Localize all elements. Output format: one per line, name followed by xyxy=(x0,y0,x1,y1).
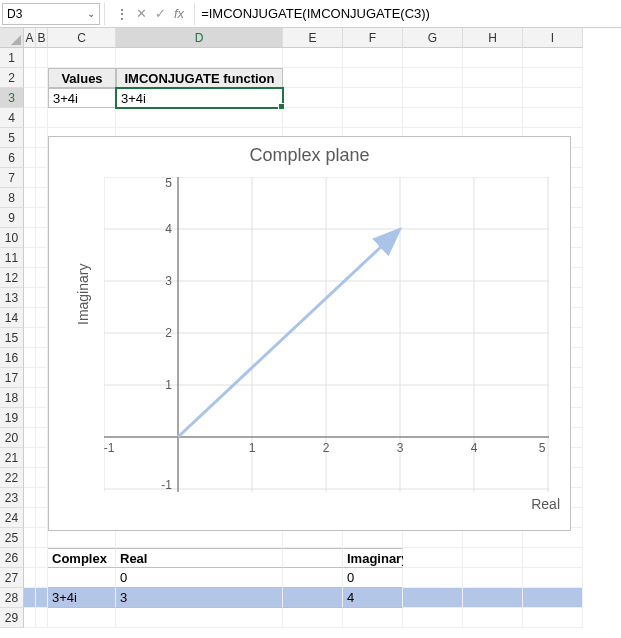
cell-I29[interactable] xyxy=(523,608,583,628)
cell-G2[interactable] xyxy=(403,68,463,88)
cell-A2[interactable] xyxy=(24,68,36,88)
col-header-E[interactable]: E xyxy=(283,28,343,48)
formula-input[interactable]: =IMCONJUGATE(IMCONJUGATE(C3)) xyxy=(195,3,621,25)
row-header-13[interactable]: 13 xyxy=(0,288,24,308)
cancel-icon[interactable]: ✕ xyxy=(136,6,147,21)
row-header-20[interactable]: 20 xyxy=(0,428,24,448)
cell-A12[interactable] xyxy=(24,268,36,288)
cell-A29[interactable] xyxy=(24,608,36,628)
cell-B6[interactable] xyxy=(36,148,48,168)
cell-H29[interactable] xyxy=(463,608,523,628)
row-header-11[interactable]: 11 xyxy=(0,248,24,268)
cell-B12[interactable] xyxy=(36,268,48,288)
cell-I28[interactable] xyxy=(523,588,583,608)
cell-B16[interactable] xyxy=(36,348,48,368)
chevron-down-icon[interactable]: ⌄ xyxy=(87,8,95,19)
row-header-22[interactable]: 22 xyxy=(0,468,24,488)
row-header-18[interactable]: 18 xyxy=(0,388,24,408)
row-header-7[interactable]: 7 xyxy=(0,168,24,188)
cell-D4[interactable] xyxy=(116,108,283,128)
cell-E4[interactable] xyxy=(283,108,343,128)
row-header-10[interactable]: 10 xyxy=(0,228,24,248)
cell-F3[interactable] xyxy=(343,88,403,108)
cell-H27[interactable] xyxy=(463,568,523,588)
cell-B9[interactable] xyxy=(36,208,48,228)
cell-A27[interactable] xyxy=(24,568,36,588)
cell-A28[interactable] xyxy=(24,588,36,608)
cell-B25[interactable] xyxy=(36,528,48,548)
cell-I4[interactable] xyxy=(523,108,583,128)
cell-B3[interactable] xyxy=(36,88,48,108)
row-header-29[interactable]: 29 xyxy=(0,608,24,628)
col-header-A[interactable]: A xyxy=(24,28,36,48)
cell-I25[interactable] xyxy=(523,528,583,548)
cell-A4[interactable] xyxy=(24,108,36,128)
cell-E28[interactable] xyxy=(283,588,343,608)
cell-B11[interactable] xyxy=(36,248,48,268)
cell-H4[interactable] xyxy=(463,108,523,128)
cell-C1[interactable] xyxy=(48,48,116,68)
cell-H25[interactable] xyxy=(463,528,523,548)
cell-G1[interactable] xyxy=(403,48,463,68)
cell-G27[interactable] xyxy=(403,568,463,588)
cell-A24[interactable] xyxy=(24,508,36,528)
row-header-26[interactable]: 26 xyxy=(0,548,24,568)
cell-A3[interactable] xyxy=(24,88,36,108)
col-header-C[interactable]: C xyxy=(48,28,116,48)
cell-A18[interactable] xyxy=(24,388,36,408)
cell-A19[interactable] xyxy=(24,408,36,428)
row-header-12[interactable]: 12 xyxy=(0,268,24,288)
cell-B10[interactable] xyxy=(36,228,48,248)
cell-G25[interactable] xyxy=(403,528,463,548)
cell-A26[interactable] xyxy=(24,548,36,568)
cell-E29[interactable] xyxy=(283,608,343,628)
cell-A16[interactable] xyxy=(24,348,36,368)
row-header-2[interactable]: 2 xyxy=(0,68,24,88)
row-header-4[interactable]: 4 xyxy=(0,108,24,128)
row-header-5[interactable]: 5 xyxy=(0,128,24,148)
cell-F26[interactable]: Imaginary xyxy=(343,548,403,568)
cell-B24[interactable] xyxy=(36,508,48,528)
row-header-23[interactable]: 23 xyxy=(0,488,24,508)
cell-C25[interactable] xyxy=(48,528,116,548)
cell-F4[interactable] xyxy=(343,108,403,128)
cell-F2[interactable] xyxy=(343,68,403,88)
cell-B2[interactable] xyxy=(36,68,48,88)
cell-B17[interactable] xyxy=(36,368,48,388)
cell-B26[interactable] xyxy=(36,548,48,568)
cell-E27[interactable] xyxy=(283,568,343,588)
row-header-17[interactable]: 17 xyxy=(0,368,24,388)
chart[interactable]: Complex plane Imaginary xyxy=(48,136,571,531)
cell-A21[interactable] xyxy=(24,448,36,468)
cell-E2[interactable] xyxy=(283,68,343,88)
accept-icon[interactable]: ✓ xyxy=(155,6,166,21)
cell-D29[interactable] xyxy=(116,608,283,628)
cell-A14[interactable] xyxy=(24,308,36,328)
cell-B28[interactable] xyxy=(36,588,48,608)
cell-F29[interactable] xyxy=(343,608,403,628)
cell-G4[interactable] xyxy=(403,108,463,128)
cell-C3[interactable]: 3+4i xyxy=(48,88,116,108)
cell-I27[interactable] xyxy=(523,568,583,588)
row-header-14[interactable]: 14 xyxy=(0,308,24,328)
cell-B19[interactable] xyxy=(36,408,48,428)
cell-B5[interactable] xyxy=(36,128,48,148)
cell-A8[interactable] xyxy=(24,188,36,208)
cell-B29[interactable] xyxy=(36,608,48,628)
cell-A10[interactable] xyxy=(24,228,36,248)
cell-A1[interactable] xyxy=(24,48,36,68)
cell-I3[interactable] xyxy=(523,88,583,108)
cell-B1[interactable] xyxy=(36,48,48,68)
row-header-6[interactable]: 6 xyxy=(0,148,24,168)
col-header-B[interactable]: B xyxy=(36,28,48,48)
cell-C4[interactable] xyxy=(48,108,116,128)
row-header-21[interactable]: 21 xyxy=(0,448,24,468)
cell-H26[interactable] xyxy=(463,548,523,568)
cell-G28[interactable] xyxy=(403,588,463,608)
cell-B4[interactable] xyxy=(36,108,48,128)
cell-F25[interactable] xyxy=(343,528,403,548)
cell-A13[interactable] xyxy=(24,288,36,308)
cell-C26[interactable]: Complex xyxy=(48,548,116,568)
cell-F27[interactable]: 0 xyxy=(343,568,403,588)
cell-H28[interactable] xyxy=(463,588,523,608)
